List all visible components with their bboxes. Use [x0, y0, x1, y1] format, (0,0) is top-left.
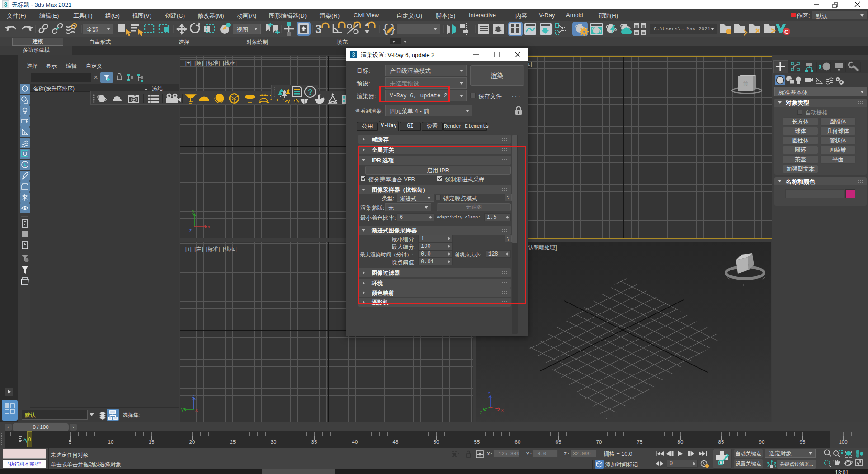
svg-text:3: 3	[315, 22, 321, 36]
svg-text:前: 前	[743, 81, 748, 86]
svg-text:z: z	[192, 394, 194, 398]
svg-text:x: x	[195, 408, 198, 412]
svg-text:{: {	[382, 24, 388, 36]
svg-text:y: y	[480, 409, 482, 414]
svg-text:x: x	[208, 224, 210, 229]
svg-text:C: C	[784, 28, 789, 35]
svg-text:z: z	[189, 228, 192, 233]
svg-text:y: y	[181, 407, 184, 412]
svg-text:x: x	[501, 408, 504, 412]
svg-text:?: ?	[308, 88, 312, 96]
svg-text:z: z	[488, 391, 491, 395]
svg-text:y: y	[192, 209, 194, 214]
